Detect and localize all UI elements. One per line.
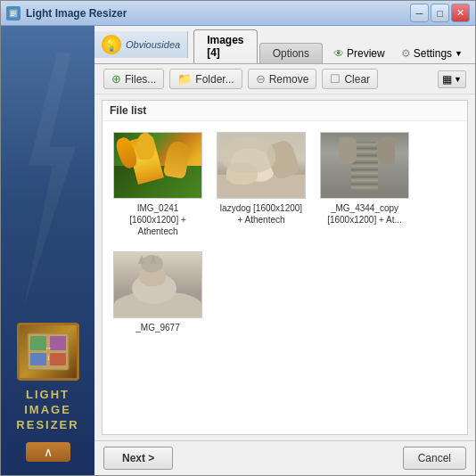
- main-content: ↔ ↕ LIGHT IMAGE RESIZER ∧ 💡 Obviousidea: [1, 26, 475, 475]
- window-icon: [6, 6, 21, 21]
- thumbnail-label: IMG_0241 [1600x1200] + Athentech: [129, 202, 186, 237]
- settings-icon: ⚙: [401, 47, 411, 60]
- clear-icon: ☐: [330, 72, 341, 86]
- brand-header: 💡 Obviousidea: [94, 31, 188, 58]
- thumbnail-dog: [217, 132, 306, 199]
- thumbnail-cat: [113, 251, 202, 318]
- svg-marker-4: [24, 53, 76, 307]
- file-list-header: File list: [103, 101, 467, 121]
- sidebar-arrow-button[interactable]: ∧: [26, 442, 70, 462]
- thumbnail-label: _MG_9677: [135, 322, 179, 333]
- tab-images[interactable]: Images [4]: [193, 29, 258, 63]
- sidebar: ↔ ↕ LIGHT IMAGE RESIZER ∧: [1, 26, 94, 475]
- list-item[interactable]: _MG_9677: [113, 251, 202, 333]
- action-bar: ⊕ Files... 📁 Folder... ⊖ Remove ☐ Clear: [94, 64, 475, 94]
- remove-icon: ⊖: [256, 72, 266, 86]
- add-files-button[interactable]: ⊕ Files...: [103, 69, 164, 89]
- svg-rect-3: [11, 15, 14, 16]
- thumbnail-rope: [320, 132, 409, 199]
- list-item[interactable]: IMG_0241 [1600x1200] + Athentech: [113, 132, 202, 237]
- svg-rect-7: [50, 336, 66, 350]
- svg-text:↕: ↕: [46, 354, 50, 362]
- file-list-container: File list IMG_0: [102, 100, 468, 435]
- lightning-bg: [1, 44, 94, 324]
- sidebar-logo-box: ↔ ↕: [17, 323, 79, 381]
- right-panel: 💡 Obviousidea Images [4] Options 👁 Previ…: [94, 26, 475, 475]
- preview-icon: 👁: [333, 47, 344, 60]
- svg-text:↔: ↔: [45, 344, 52, 352]
- main-window: Light Image Resizer ─ □ ✕: [0, 0, 476, 476]
- view-toggle-button[interactable]: ▦ ▼: [438, 70, 466, 88]
- minimize-button[interactable]: ─: [410, 4, 429, 22]
- cancel-button[interactable]: Cancel: [403, 447, 466, 470]
- list-item[interactable]: lazydog [1600x1200] + Athentech: [217, 132, 306, 237]
- next-button[interactable]: Next >: [103, 447, 173, 470]
- svg-rect-9: [50, 353, 66, 365]
- view-grid-icon: ▦: [442, 73, 452, 86]
- remove-button[interactable]: ⊖ Remove: [248, 69, 317, 89]
- thumbnail-label: lazydog [1600x1200] + Athentech: [220, 202, 302, 226]
- thumbnail-grid: IMG_0241 [1600x1200] + Athentech: [103, 121, 467, 344]
- add-folder-button[interactable]: 📁 Folder...: [169, 69, 242, 89]
- view-dropdown-icon: ▼: [454, 75, 462, 84]
- thumbnail-flowers: [113, 132, 202, 199]
- header-row: 💡 Obviousidea Images [4] Options 👁 Previ…: [94, 26, 475, 64]
- preview-button[interactable]: 👁 Preview: [326, 45, 392, 63]
- svg-rect-8: [30, 353, 46, 365]
- svg-rect-2: [11, 13, 16, 14]
- maximize-button[interactable]: □: [431, 4, 449, 22]
- logo-image-icon: ↔ ↕: [26, 332, 70, 372]
- clear-button[interactable]: ☐ Clear: [322, 69, 378, 89]
- close-button[interactable]: ✕: [451, 4, 470, 22]
- bottom-bar: Next > Cancel: [94, 440, 475, 475]
- window-title: Light Image Resizer: [26, 7, 405, 20]
- sidebar-brand: LIGHT IMAGE RESIZER: [16, 388, 78, 433]
- add-files-icon: ⊕: [111, 72, 121, 86]
- folder-icon: 📁: [177, 72, 192, 86]
- window-controls: ─ □ ✕: [410, 4, 470, 22]
- list-item[interactable]: _MG_4344_copy [1600x1200] + At...: [320, 132, 409, 237]
- svg-rect-1: [11, 12, 16, 12]
- brand-name: Obviousidea: [126, 39, 180, 50]
- tabs-row: Images [4] Options 👁 Preview ⚙ Settings …: [188, 26, 475, 63]
- settings-button[interactable]: ⚙ Settings ▼: [394, 45, 470, 63]
- tab-options[interactable]: Options: [259, 43, 323, 63]
- title-bar: Light Image Resizer ─ □ ✕: [1, 1, 475, 26]
- brand-icon: 💡: [102, 35, 121, 54]
- thumbnail-label: _MG_4344_copy [1600x1200] + At...: [327, 202, 402, 226]
